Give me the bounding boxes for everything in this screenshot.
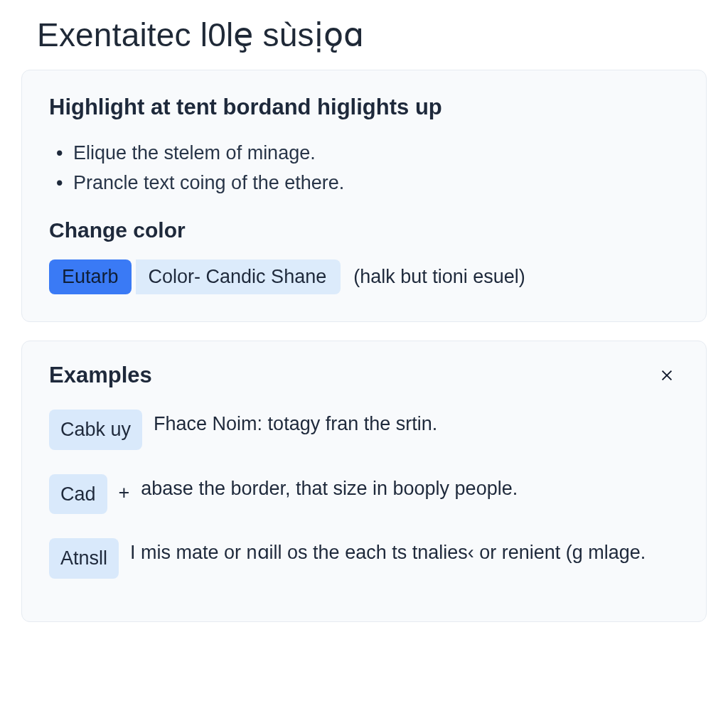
example-text: abase the border, that size in booply pe… xyxy=(141,474,679,503)
highlight-card: Highlight at tent bordand higlights up E… xyxy=(21,70,707,322)
example-tag[interactable]: Atnsll xyxy=(49,538,119,579)
color-chip-primary[interactable]: Eutarb xyxy=(49,259,132,295)
bullet-item: Prancle text coing of the ethere. xyxy=(53,168,679,198)
example-text: Fhace Noim: totagy fran the srtin. xyxy=(154,410,679,439)
example-tag[interactable]: Cad xyxy=(49,474,107,515)
example-row: Atnsll I mis mate or nɑill os the each t… xyxy=(49,538,679,583)
example-row: Cad + abase the border, that size in boo… xyxy=(49,474,679,515)
color-chip-secondary[interactable]: Color- Candic Shane xyxy=(136,259,341,295)
highlight-bullets: Elique the stelem of minage. Prancle tex… xyxy=(49,139,679,198)
change-color-heading: Change color xyxy=(49,218,679,242)
close-button[interactable] xyxy=(655,363,679,387)
color-chip-note: (halk but tioni esuel) xyxy=(353,266,525,288)
examples-heading: Examples xyxy=(49,363,152,388)
highlight-heading: Highlight at tent bordand higlights up xyxy=(49,95,679,120)
close-icon xyxy=(659,368,675,383)
example-row: Cabk uy Fhace Noim: totagy fran the srti… xyxy=(49,410,679,450)
example-tag[interactable]: Cabk uy xyxy=(49,410,142,450)
examples-card: Examples Cabk uy Fhace Noim: totagy fran… xyxy=(21,341,707,622)
bullet-item: Elique the stelem of minage. xyxy=(53,139,679,168)
example-text: I mis mate or nɑill os the each ts tnali… xyxy=(130,538,679,567)
page-title: Exentaitec l0lȩ sùsịǫɑ xyxy=(37,16,707,54)
color-chip-row: EutarbColor- Candic Shane (halk but tion… xyxy=(49,259,679,295)
plus-icon: + xyxy=(119,474,130,508)
